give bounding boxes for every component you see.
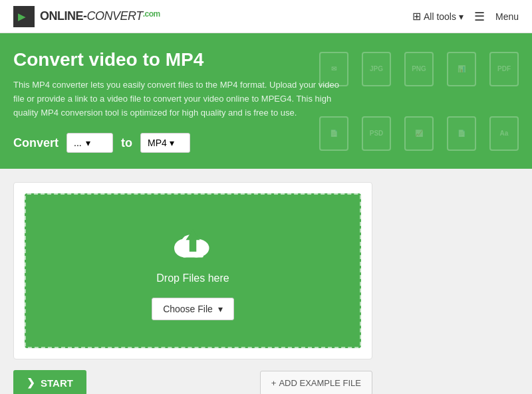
from-format-chevron-icon: ▾ [86,138,90,148]
upload-dropzone[interactable]: Drop Files here Choose File ▾ [25,193,361,348]
bottom-actions: ❯ START + ADD EXAMPLE FILE [13,370,372,394]
to-label: to [121,136,132,150]
add-example-label: ADD EXAMPLE FILE [279,378,361,388]
from-format-value: ... [74,138,82,148]
add-example-plus-icon: + [271,378,277,388]
to-format-chevron-icon: ▾ [170,138,174,148]
menu-label[interactable]: Menu [495,11,519,22]
upload-container: Drop Files here Choose File ▾ [13,182,372,359]
all-tools-menu[interactable]: ⊞ All tools ▾ [412,10,464,23]
convert-label: Convert [13,136,59,150]
main-content: Drop Files here Choose File ▾ ❯ START + … [0,169,532,394]
start-button[interactable]: ❯ START [13,370,86,394]
choose-file-label: Choose File [163,304,213,314]
to-format-value: MP4 [148,138,167,148]
hero-banner: ✉ JPG PNG 📊 PDF 📄 PSD 📈 📄 Aa Convert vid… [0,33,532,169]
to-format-select[interactable]: MP4 ▾ [140,133,190,153]
choose-file-button[interactable]: Choose File ▾ [152,298,234,320]
logo-icon: ▶ [13,6,35,27]
svg-text:▶: ▶ [18,11,26,22]
hero-description: This MP4 converter lets you easily conve… [13,78,346,120]
drop-files-text: Drop Files here [156,272,229,284]
logo[interactable]: ▶ ONLINE-CONVERT.com [13,6,160,27]
start-chevron-icon: ❯ [27,377,35,389]
choose-file-chevron-icon: ▾ [218,304,223,314]
convert-row: Convert ... ▾ to MP4 ▾ [13,133,519,153]
start-label: START [41,377,73,389]
logo-text: ONLINE-CONVERT.com [40,9,160,23]
add-example-button[interactable]: + ADD EXAMPLE FILE [260,371,372,394]
menu-lines-icon[interactable]: ☰ [474,9,485,24]
all-tools-label: All tools [424,11,456,22]
nav-right: ⊞ All tools ▾ ☰ Menu [412,9,519,24]
from-format-select[interactable]: ... ▾ [66,133,113,153]
grid-icon: ⊞ [412,10,421,23]
chevron-down-icon: ▾ [459,11,464,22]
header: ▶ ONLINE-CONVERT.com ⊞ All tools ▾ ☰ Men… [0,0,532,33]
page-title: Convert video to MP4 [13,49,519,70]
upload-cloud-icon [170,221,216,264]
